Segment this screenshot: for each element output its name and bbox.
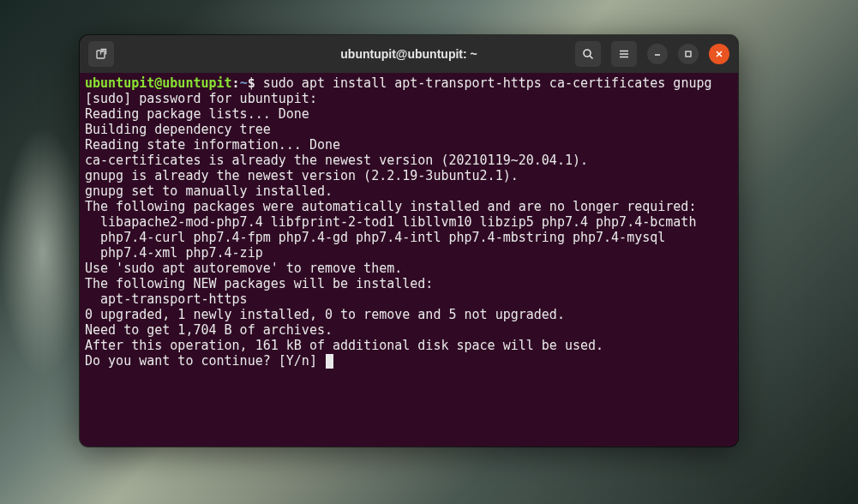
prompt-user-host: ubuntupit@ubuntupit: [85, 75, 232, 91]
output-line: Need to get 1,704 B of archives.: [85, 322, 733, 338]
window-title: ubuntupit@ubuntupit: ~: [340, 47, 477, 61]
output-line: Reading package lists... Done: [85, 106, 733, 122]
command-text: sudo apt install apt-transport-https ca-…: [263, 75, 712, 91]
titlebar-left-group: [88, 41, 114, 67]
window-titlebar[interactable]: ubuntupit@ubuntupit: ~: [80, 35, 738, 73]
output-line: Reading state information... Done: [85, 137, 733, 153]
svg-rect-7: [686, 51, 691, 57]
titlebar-right-group: [575, 41, 729, 67]
minimize-icon: [653, 50, 662, 58]
output-line: Do you want to continue? [Y/n]: [85, 353, 733, 369]
new-tab-button[interactable]: [88, 41, 114, 67]
close-button[interactable]: [709, 44, 729, 64]
wallpaper-highlight: [0, 126, 86, 378]
maximize-icon: [684, 50, 693, 58]
output-line: After this operation, 161 kB of addition…: [85, 338, 733, 353]
output-line: gnupg set to manually installed.: [85, 183, 733, 199]
menu-button[interactable]: [611, 41, 637, 67]
minimize-button[interactable]: [647, 44, 668, 64]
cursor: [326, 354, 333, 369]
output-line: 0 upgraded, 1 newly installed, 0 to remo…: [85, 307, 733, 322]
prompt-separator: :: [232, 75, 240, 91]
output-line: libapache2-mod-php7.4 libfprint-2-tod1 l…: [85, 214, 733, 230]
search-icon: [582, 48, 594, 60]
output-line: php7.4-curl php7.4-fpm php7.4-gd php7.4-…: [85, 230, 733, 245]
output-line: Use 'sudo apt autoremove' to remove them…: [85, 261, 733, 276]
hamburger-icon: [618, 48, 630, 60]
prompt-path: ~: [240, 75, 248, 91]
output-line: php7.4-xml php7.4-zip: [85, 245, 733, 261]
output-line: The following NEW packages will be insta…: [85, 276, 733, 291]
prompt-symbol: $: [248, 75, 263, 91]
new-tab-icon: [95, 48, 107, 60]
svg-line-2: [590, 56, 593, 59]
output-line: [sudo] password for ubuntupit:: [85, 91, 733, 106]
terminal-window: ubuntupit@ubuntupit: ~: [80, 35, 738, 447]
output-line: Building dependency tree: [85, 122, 733, 137]
terminal-content[interactable]: ubuntupit@ubuntupit:~$ sudo apt install …: [80, 73, 738, 447]
svg-point-1: [584, 50, 591, 57]
close-icon: [715, 50, 723, 58]
search-button[interactable]: [575, 41, 601, 67]
output-line: gnupg is already the newest version (2.2…: [85, 168, 733, 183]
prompt-line: ubuntupit@ubuntupit:~$ sudo apt install …: [85, 75, 733, 91]
maximize-button[interactable]: [678, 44, 699, 64]
output-line: ca-certificates is already the newest ve…: [85, 153, 733, 168]
output-line: The following packages were automaticall…: [85, 199, 733, 214]
output-line: apt-transport-https: [85, 291, 733, 307]
